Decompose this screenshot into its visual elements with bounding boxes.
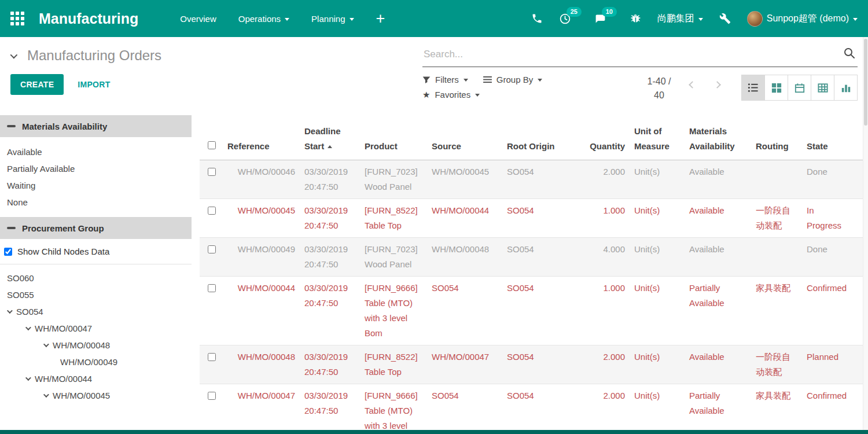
- import-button[interactable]: IMPORT: [78, 80, 110, 89]
- row-checkbox[interactable]: [208, 207, 216, 215]
- chevron-down-icon[interactable]: [7, 308, 13, 314]
- tree-item-so055[interactable]: SO055: [0, 286, 192, 303]
- collapse-chevron-icon[interactable]: [10, 51, 18, 58]
- table-row[interactable]: WH/MO/00048 03/30/2019 20:47:50 [FURN_85…: [200, 345, 868, 384]
- column-header-root-origin[interactable]: Root Origin: [502, 135, 578, 160]
- tree-item-so060[interactable]: SO060: [0, 270, 192, 286]
- pager-previous-button[interactable]: [683, 75, 702, 89]
- select-all-checkbox[interactable]: [208, 141, 216, 149]
- cell-availability: Partially Available: [685, 277, 751, 345]
- cell-deadline: 03/30/2019 20:47:50: [300, 199, 360, 237]
- menu-overview[interactable]: Overview: [180, 14, 216, 24]
- table-row[interactable]: WH/MO/00045 03/30/2019 20:47:50 [FURN_85…: [200, 199, 868, 238]
- user-menu[interactable]: Sunpop超管 (demo): [747, 11, 858, 27]
- table-row[interactable]: WH/MO/00044 03/30/2019 20:47:50 [FURN_96…: [200, 277, 868, 345]
- messages-icon[interactable]: 10: [594, 13, 613, 25]
- collapse-minus-icon: [7, 227, 16, 229]
- favorites-dropdown[interactable]: ★ Favorites: [422, 90, 480, 100]
- menu-overview-label: Overview: [180, 14, 216, 24]
- company-name: 尚鹏集团: [657, 13, 694, 25]
- tree-item-wh-mo-00045[interactable]: WH/MO/00045: [0, 387, 192, 404]
- cell-routing: [751, 160, 802, 198]
- column-header-source[interactable]: Source: [427, 135, 502, 160]
- menu-operations[interactable]: Operations: [238, 14, 289, 24]
- tree-item-so054[interactable]: SO054: [0, 303, 192, 320]
- bars-icon: [483, 76, 492, 83]
- table-row[interactable]: WH/MO/00046 03/30/2019 20:47:50 [FURN_70…: [200, 160, 868, 199]
- show-child-nodes-checkbox[interactable]: Show Child Nodes Data: [0, 239, 192, 264]
- column-header-routing[interactable]: Routing: [751, 135, 802, 160]
- pager-next-button[interactable]: [708, 75, 727, 89]
- apps-grid-icon[interactable]: [10, 12, 25, 26]
- cell-deadline: 03/30/2019 20:47:50: [300, 277, 360, 345]
- bug-icon[interactable]: [630, 13, 641, 24]
- cell-routing: [751, 238, 802, 276]
- row-checkbox[interactable]: [208, 284, 216, 292]
- column-header-quantity[interactable]: Quantity: [578, 135, 630, 160]
- cell-state: In Progress: [802, 199, 853, 237]
- group-by-dropdown[interactable]: Group By: [483, 75, 542, 84]
- tree-item-wh-mo-00047[interactable]: WH/MO/00047: [0, 320, 192, 337]
- filter-item-available[interactable]: Available: [0, 144, 192, 160]
- section-procurement-group[interactable]: Procurement Group: [0, 217, 192, 239]
- tree-item-wh-mo-00048[interactable]: WH/MO/00048: [0, 337, 192, 354]
- chevron-down-icon: [350, 18, 354, 21]
- column-header-deadline-start[interactable]: Deadline Start: [300, 120, 360, 160]
- column-header-materials-availability[interactable]: Materials Availability: [685, 120, 751, 160]
- search-magnifier-icon[interactable]: [843, 46, 856, 62]
- quick-add-button[interactable]: +: [376, 11, 385, 27]
- company-switcher[interactable]: 尚鹏集团: [657, 13, 703, 25]
- cell-deadline: 03/30/2019 20:47:50: [300, 238, 360, 276]
- column-header-reference[interactable]: Reference: [223, 135, 300, 160]
- vertical-scrollbar[interactable]: [863, 37, 868, 430]
- cell-availability: Available: [685, 160, 751, 198]
- checkbox-label: Show Child Nodes Data: [17, 247, 109, 256]
- column-header-state[interactable]: State: [802, 135, 853, 160]
- star-icon: ★: [422, 90, 430, 99]
- cell-reference: WH/MO/00048: [223, 345, 300, 384]
- calendar-view-button[interactable]: [788, 75, 811, 101]
- filters-dropdown[interactable]: Filters: [422, 75, 468, 84]
- cell-root-origin: SO054: [502, 384, 578, 430]
- pivot-icon: [818, 83, 828, 93]
- pivot-view-button[interactable]: [811, 75, 834, 101]
- tree-item-wh-mo-00044[interactable]: WH/MO/00044: [0, 370, 192, 387]
- tree-item-wh-mo-00049[interactable]: WH/MO/00049: [0, 354, 192, 370]
- row-checkbox[interactable]: [208, 392, 216, 400]
- tools-wrench-icon[interactable]: [719, 13, 731, 24]
- row-checkbox[interactable]: [208, 353, 216, 361]
- filter-item-none[interactable]: None: [0, 194, 192, 211]
- app-title: Manufacturing: [39, 10, 138, 27]
- table-row[interactable]: WH/MO/00047 03/30/2019 20:47:50 [FURN_96…: [200, 384, 868, 430]
- create-button[interactable]: CREATE: [10, 74, 64, 95]
- chevron-down-icon[interactable]: [43, 341, 49, 347]
- cell-product: [FURN_8522] Table Top: [360, 199, 427, 237]
- section-materials-availability[interactable]: Materials Availability: [0, 115, 192, 137]
- activities-clock-icon[interactable]: 25: [559, 13, 578, 25]
- column-header-unit-of-measure[interactable]: Unit of Measure: [630, 120, 685, 160]
- checkbox-input[interactable]: [4, 248, 12, 256]
- filter-item-waiting[interactable]: Waiting: [0, 177, 192, 194]
- page-title: Manufacturing Orders: [27, 47, 161, 64]
- cell-quantity: 1.000: [578, 277, 630, 345]
- chevron-down-icon: [464, 79, 468, 82]
- scrollbar-thumb[interactable]: [864, 39, 867, 126]
- chevron-down-icon[interactable]: [25, 325, 31, 330]
- menu-planning[interactable]: Planning: [311, 14, 354, 24]
- list-view-button[interactable]: [741, 75, 765, 101]
- cell-source: WH/MO/00044: [427, 199, 502, 237]
- phone-icon[interactable]: [531, 13, 543, 24]
- search-input[interactable]: [424, 49, 843, 60]
- table-row[interactable]: WH/MO/00049 03/30/2019 20:47:50 [FURN_70…: [200, 238, 868, 277]
- user-avatar: [747, 11, 763, 27]
- row-checkbox[interactable]: [208, 245, 216, 253]
- row-checkbox[interactable]: [208, 168, 216, 176]
- pager: 1-40 / 40: [641, 75, 727, 102]
- kanban-view-button[interactable]: [764, 75, 788, 101]
- manufacturing-orders-list: Reference Deadline Start Product Source …: [200, 115, 868, 430]
- chevron-down-icon[interactable]: [43, 392, 49, 398]
- chevron-down-icon[interactable]: [25, 375, 31, 381]
- column-header-product[interactable]: Product: [360, 135, 427, 160]
- graph-view-button[interactable]: [834, 75, 858, 101]
- filter-item-partially-available[interactable]: Partially Available: [0, 160, 192, 177]
